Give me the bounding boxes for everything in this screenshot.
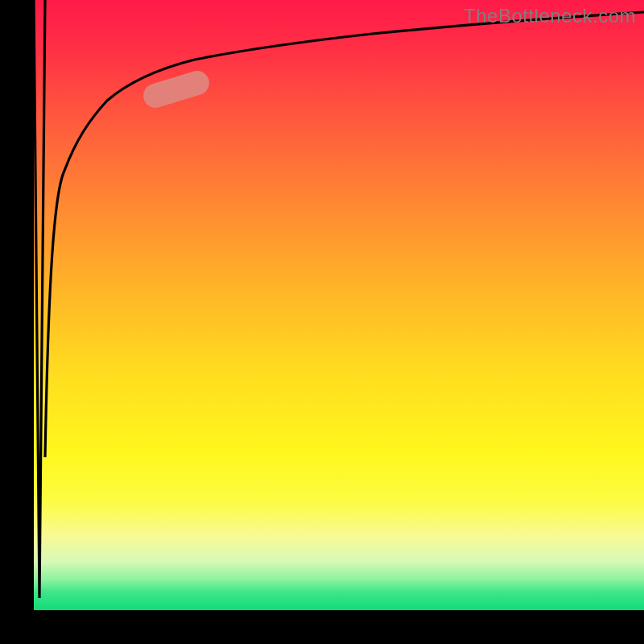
curve-saturation — [45, 12, 644, 457]
watermark-text: TheBottleneck.com — [464, 5, 636, 27]
curve-down-spike — [34, 0, 45, 598]
curve-layer — [34, 0, 644, 610]
x-axis — [0, 610, 644, 644]
chart-container: TheBottleneck.com — [0, 0, 644, 644]
plot-area — [34, 0, 644, 610]
y-axis — [0, 0, 34, 643]
